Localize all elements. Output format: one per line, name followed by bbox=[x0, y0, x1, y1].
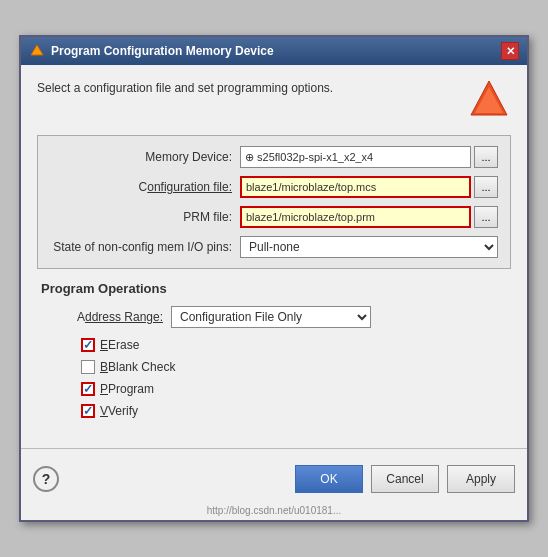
blank-check-checkbox[interactable] bbox=[81, 360, 95, 374]
dialog-window: Program Configuration Memory Device ✕ Se… bbox=[19, 35, 529, 522]
memory-device-field-group: ... bbox=[240, 146, 498, 168]
blank-check-label: BBlank Check bbox=[100, 360, 175, 374]
header-text: Select a configuration file and set prog… bbox=[37, 81, 333, 95]
program-label: PProgram bbox=[100, 382, 154, 396]
title-bar: Program Configuration Memory Device ✕ bbox=[21, 37, 527, 65]
blank-check-checkbox-label[interactable]: BBlank Check bbox=[81, 360, 175, 374]
dialog-title: Program Configuration Memory Device bbox=[51, 44, 274, 58]
program-row[interactable]: ✓ PProgram bbox=[81, 382, 507, 396]
memory-device-label: Memory Device: bbox=[50, 150, 240, 164]
svg-marker-0 bbox=[31, 45, 43, 55]
verify-row[interactable]: ✓ VVerify bbox=[81, 404, 507, 418]
erase-checkmark: ✓ bbox=[83, 338, 93, 352]
form-section: Memory Device: ... Configuration file: .… bbox=[37, 135, 511, 269]
config-file-input[interactable] bbox=[240, 176, 471, 198]
state-row: State of non-config mem I/O pins: Pull-n… bbox=[50, 236, 498, 258]
xilinx-logo bbox=[467, 77, 511, 121]
close-button[interactable]: ✕ bbox=[501, 42, 519, 60]
verify-checkmark: ✓ bbox=[83, 404, 93, 418]
footer-buttons: OK Cancel Apply bbox=[295, 465, 515, 493]
memory-device-browse-btn[interactable]: ... bbox=[474, 146, 498, 168]
ok-button[interactable]: OK bbox=[295, 465, 363, 493]
config-file-browse-btn[interactable]: ... bbox=[474, 176, 498, 198]
config-file-row: Configuration file: ... bbox=[50, 176, 498, 198]
verify-checkbox-label[interactable]: ✓ VVerify bbox=[81, 404, 138, 418]
erase-row[interactable]: ✓ EErase bbox=[81, 338, 507, 352]
title-bar-left: Program Configuration Memory Device bbox=[29, 43, 274, 59]
state-label: State of non-config mem I/O pins: bbox=[50, 240, 240, 254]
prm-file-field-group: ... bbox=[240, 206, 498, 228]
footer-divider bbox=[21, 448, 527, 449]
erase-checkbox[interactable]: ✓ bbox=[81, 338, 95, 352]
program-checkbox[interactable]: ✓ bbox=[81, 382, 95, 396]
prm-file-row: PRM file: ... bbox=[50, 206, 498, 228]
prm-file-browse-btn[interactable]: ... bbox=[474, 206, 498, 228]
prm-file-label: PRM file: bbox=[50, 210, 240, 224]
memory-device-input[interactable] bbox=[240, 146, 471, 168]
state-select[interactable]: Pull-none bbox=[240, 236, 498, 258]
prm-file-input[interactable] bbox=[240, 206, 471, 228]
watermark: http://blog.csdn.net/u010181... bbox=[21, 503, 527, 520]
address-range-label: Address Range: bbox=[61, 310, 171, 324]
operations-section: Program Operations Address Range: Config… bbox=[37, 281, 511, 418]
help-button[interactable]: ? bbox=[33, 466, 59, 492]
address-range-row: Address Range: Configuration File Only E… bbox=[61, 306, 507, 328]
memory-device-row: Memory Device: ... bbox=[50, 146, 498, 168]
app-icon bbox=[29, 43, 45, 59]
erase-label: EErase bbox=[100, 338, 139, 352]
config-file-field-group: ... bbox=[240, 176, 498, 198]
apply-button[interactable]: Apply bbox=[447, 465, 515, 493]
header-section: Select a configuration file and set prog… bbox=[37, 77, 511, 121]
blank-check-row[interactable]: BBlank Check bbox=[81, 360, 507, 374]
program-checkbox-label[interactable]: ✓ PProgram bbox=[81, 382, 154, 396]
footer: ? OK Cancel Apply bbox=[21, 459, 527, 503]
cancel-button[interactable]: Cancel bbox=[371, 465, 439, 493]
operations-title: Program Operations bbox=[41, 281, 507, 296]
address-range-select[interactable]: Configuration File Only Entire Configura… bbox=[171, 306, 371, 328]
config-file-label: Configuration file: bbox=[50, 180, 240, 194]
verify-label: VVerify bbox=[100, 404, 138, 418]
erase-checkbox-label[interactable]: ✓ EErase bbox=[81, 338, 139, 352]
verify-checkbox[interactable]: ✓ bbox=[81, 404, 95, 418]
program-checkmark: ✓ bbox=[83, 382, 93, 396]
dialog-body: Select a configuration file and set prog… bbox=[21, 65, 527, 440]
